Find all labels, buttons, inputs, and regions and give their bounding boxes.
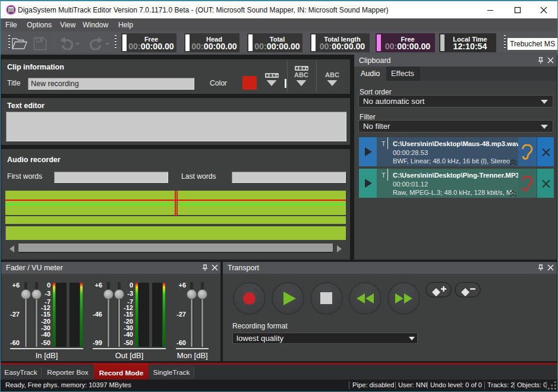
svg-text:ABC: ABC (294, 71, 308, 78)
svg-text:ABC: ABC (325, 71, 339, 78)
